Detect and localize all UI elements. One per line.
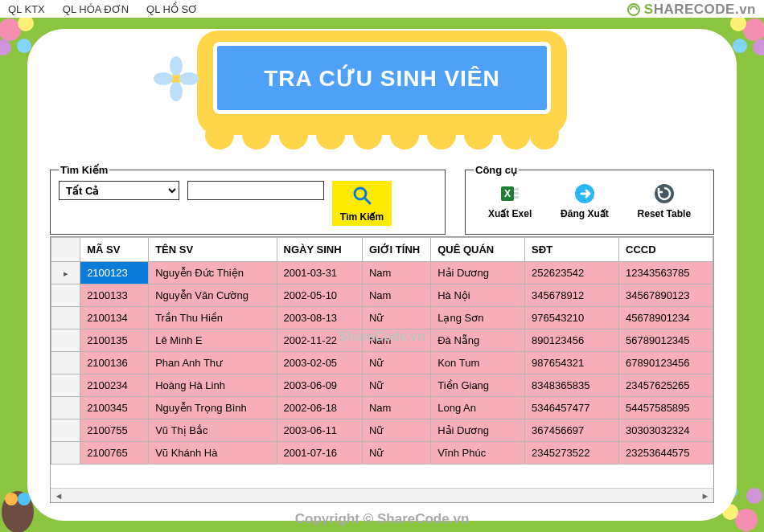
cell-masv[interactable]: 2100135 bbox=[80, 329, 149, 352]
search-button[interactable]: Tìm Kiếm bbox=[332, 181, 392, 226]
cell-ngaysinh[interactable]: 2003-02-05 bbox=[277, 352, 362, 374]
cell-sdt[interactable]: 2345273522 bbox=[525, 442, 619, 464]
cell-sdt[interactable]: 976543210 bbox=[525, 307, 619, 329]
table-row[interactable]: 2100345Nguyễn Trọng Bình2002-06-18NamLon… bbox=[51, 397, 713, 419]
cell-ten[interactable]: Nguyễn Văn Cường bbox=[149, 284, 277, 307]
cell-masv[interactable]: 2100123 bbox=[80, 262, 149, 284]
cell-sdt[interactable]: 890123456 bbox=[525, 329, 619, 352]
col-header[interactable]: TÊN SV bbox=[149, 238, 277, 262]
col-header[interactable]: QUÊ QUÁN bbox=[431, 238, 525, 262]
cell-quequan[interactable]: Hải Dương bbox=[431, 419, 525, 442]
cell-cccd[interactable]: 56789012345 bbox=[619, 329, 713, 352]
cell-cccd[interactable]: 23457625265 bbox=[619, 374, 713, 397]
search-criteria-select[interactable]: Tất Cả bbox=[59, 181, 179, 200]
horizontal-scrollbar[interactable]: ◄ ► bbox=[51, 488, 713, 502]
cell-quequan[interactable]: Lạng Sơn bbox=[431, 307, 525, 329]
cell-ten[interactable]: Phan Anh Thư bbox=[149, 352, 277, 374]
cell-cccd[interactable]: 23253644575 bbox=[619, 442, 713, 464]
cell-ngaysinh[interactable]: 2001-07-16 bbox=[277, 442, 362, 464]
cell-quequan[interactable]: Tiền Giang bbox=[431, 374, 525, 397]
row-header[interactable] bbox=[51, 374, 80, 397]
row-header[interactable] bbox=[51, 419, 80, 442]
cell-sdt[interactable]: 987654321 bbox=[525, 352, 619, 374]
cell-sdt[interactable]: 252623542 bbox=[525, 262, 619, 284]
col-header[interactable]: MÃ SV bbox=[80, 238, 149, 262]
row-header[interactable] bbox=[51, 442, 80, 464]
cell-ten[interactable]: Lê Minh E bbox=[149, 329, 277, 352]
cell-quequan[interactable]: Long An bbox=[431, 397, 525, 419]
row-header[interactable] bbox=[51, 307, 80, 329]
cell-masv[interactable]: 2100234 bbox=[80, 374, 149, 397]
table-row[interactable]: 2100234Hoàng Hà Linh2003-06-09NữTiền Gia… bbox=[51, 374, 713, 397]
cell-ngaysinh[interactable]: 2003-06-11 bbox=[277, 419, 362, 442]
cell-sdt[interactable]: 345678912 bbox=[525, 284, 619, 307]
cell-gioitinh[interactable]: Nam bbox=[362, 284, 430, 307]
cell-masv[interactable]: 2100133 bbox=[80, 284, 149, 307]
table-row[interactable]: 2100133Nguyễn Văn Cường2002-05-10NamHà N… bbox=[51, 284, 713, 307]
row-header[interactable] bbox=[51, 352, 80, 374]
table-row[interactable]: 2100134Trần Thu Hiền2003-08-13NữLạng Sơn… bbox=[51, 307, 713, 329]
cell-ten[interactable]: Vũ Thị Bắc bbox=[149, 419, 277, 442]
cell-cccd[interactable]: 30303032324 bbox=[619, 419, 713, 442]
cell-ngaysinh[interactable]: 2003-08-13 bbox=[277, 307, 362, 329]
cell-gioitinh[interactable]: Nam bbox=[362, 262, 430, 284]
cell-sdt[interactable]: 5346457477 bbox=[525, 397, 619, 419]
cell-gioitinh[interactable]: Nữ bbox=[362, 419, 430, 442]
cell-gioitinh[interactable]: Nam bbox=[362, 329, 430, 352]
cell-ngaysinh[interactable]: 2002-06-18 bbox=[277, 397, 362, 419]
cell-gioitinh[interactable]: Nữ bbox=[362, 442, 430, 464]
row-header[interactable] bbox=[51, 284, 80, 307]
cell-quequan[interactable]: Hà Nội bbox=[431, 284, 525, 307]
table-row[interactable]: 2100136Phan Anh Thư2003-02-05NữKon Tum98… bbox=[51, 352, 713, 374]
cell-cccd[interactable]: 54457585895 bbox=[619, 397, 713, 419]
cell-masv[interactable]: 2100765 bbox=[80, 442, 149, 464]
col-header[interactable]: GIỚI TÍNH bbox=[362, 238, 430, 262]
cell-gioitinh[interactable]: Nữ bbox=[362, 307, 430, 329]
cell-quequan[interactable]: Kon Tum bbox=[431, 352, 525, 374]
table-row[interactable]: 2100135Lê Minh E2002-11-22NamĐà Nẵng8901… bbox=[51, 329, 713, 352]
table-row[interactable]: 2100123Nguyễn Đức Thiện2001-03-31NamHải … bbox=[51, 262, 713, 284]
menu-item-hoso[interactable]: QL HỒ SƠ bbox=[146, 3, 198, 15]
cell-masv[interactable]: 2100345 bbox=[80, 397, 149, 419]
cell-quequan[interactable]: Hải Dương bbox=[431, 262, 525, 284]
cell-masv[interactable]: 2100136 bbox=[80, 352, 149, 374]
cell-quequan[interactable]: Đà Nẵng bbox=[431, 329, 525, 352]
cell-masv[interactable]: 2100134 bbox=[80, 307, 149, 329]
cell-cccd[interactable]: 34567890123 bbox=[619, 284, 713, 307]
cell-gioitinh[interactable]: Nữ bbox=[362, 352, 430, 374]
cell-sdt[interactable]: 8348365835 bbox=[525, 374, 619, 397]
cell-masv[interactable]: 2100755 bbox=[80, 419, 149, 442]
data-grid[interactable]: MÃ SV TÊN SV NGÀY SINH GIỚI TÍNH QUÊ QUÁ… bbox=[50, 236, 714, 503]
col-header[interactable]: NGÀY SINH bbox=[277, 238, 362, 262]
cell-ten[interactable]: Vũ Khánh Hà bbox=[149, 442, 277, 464]
row-header[interactable] bbox=[51, 397, 80, 419]
row-header[interactable] bbox=[51, 329, 80, 352]
cell-ngaysinh[interactable]: 2003-06-09 bbox=[277, 374, 362, 397]
cell-cccd[interactable]: 45678901234 bbox=[619, 307, 713, 329]
table-row[interactable]: 2100765Vũ Khánh Hà2001-07-16NữVĩnh Phúc2… bbox=[51, 442, 713, 464]
cell-ten[interactable]: Hoàng Hà Linh bbox=[149, 374, 277, 397]
cell-quequan[interactable]: Vĩnh Phúc bbox=[431, 442, 525, 464]
menu-item-hoadon[interactable]: QL HÓA ĐƠN bbox=[63, 3, 129, 15]
cell-ngaysinh[interactable]: 2002-05-10 bbox=[277, 284, 362, 307]
table-row[interactable]: 2100755Vũ Thị Bắc2003-06-11NữHải Dương36… bbox=[51, 419, 713, 442]
search-input[interactable] bbox=[187, 181, 324, 200]
cell-cccd[interactable]: 12343563785 bbox=[619, 262, 713, 284]
menu-item-ktx[interactable]: QL KTX bbox=[8, 3, 45, 15]
cell-ten[interactable]: Nguyễn Đức Thiện bbox=[149, 262, 277, 284]
cell-ngaysinh[interactable]: 2001-03-31 bbox=[277, 262, 362, 284]
cell-ten[interactable]: Nguyễn Trọng Bình bbox=[149, 397, 277, 419]
col-header[interactable]: CCCD bbox=[619, 238, 713, 262]
cell-gioitinh[interactable]: Nam bbox=[362, 397, 430, 419]
cell-gioitinh[interactable]: Nữ bbox=[362, 374, 430, 397]
cell-sdt[interactable]: 367456697 bbox=[525, 419, 619, 442]
logout-button[interactable]: Đăng Xuất bbox=[561, 182, 609, 219]
col-header[interactable]: SĐT bbox=[525, 238, 619, 262]
scroll-left-icon[interactable]: ◄ bbox=[53, 490, 64, 501]
cell-ngaysinh[interactable]: 2002-11-22 bbox=[277, 329, 362, 352]
scroll-right-icon[interactable]: ► bbox=[700, 490, 711, 501]
cell-cccd[interactable]: 67890123456 bbox=[619, 352, 713, 374]
reset-table-button[interactable]: Reset Table bbox=[638, 182, 691, 219]
export-excel-button[interactable]: X Xuất Exel bbox=[488, 182, 532, 219]
cell-ten[interactable]: Trần Thu Hiền bbox=[149, 307, 277, 329]
